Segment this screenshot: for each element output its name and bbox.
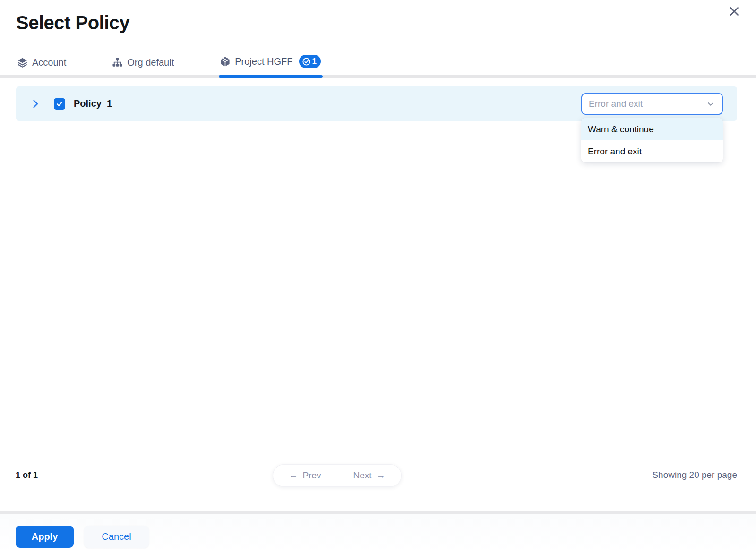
prev-label: Prev [302,470,321,481]
dropdown-option-error-exit[interactable]: Error and exit [581,140,723,162]
footer-divider [0,511,756,514]
dropdown-option-warn-continue[interactable]: Warn & continue [581,118,723,140]
action-select-wrap: Error and exit Warn & continue Error and… [581,93,723,115]
action-select-value: Error and exit [589,99,643,109]
next-button[interactable]: Next→ [337,465,401,486]
page-indicator: 1 of 1 [16,470,38,480]
pager: ←Prev Next→ [273,464,402,487]
chevron-right-icon[interactable] [29,98,42,110]
next-label: Next [353,470,371,481]
checkmark-icon [56,100,63,108]
tab-project-hgff[interactable]: Project HGFF 1 [220,49,321,75]
selected-count-badge: 1 [299,55,320,68]
tab-org-default[interactable]: Org default [112,51,174,75]
page-title: Select Policy [16,12,129,34]
tab-label: Org default [127,57,174,68]
cancel-button[interactable]: Cancel [84,526,149,548]
tab-label: Project HGFF [235,56,292,67]
check-circle-icon [302,57,311,66]
close-icon[interactable] [727,4,742,19]
arrow-right-icon: → [377,470,386,481]
tab-account[interactable]: Account [17,51,66,75]
prev-button[interactable]: ←Prev [273,465,337,486]
select-policy-modal: Select Policy Account [0,0,756,553]
footer: Apply Cancel [0,514,756,553]
badge-count: 1 [312,57,316,66]
action-select[interactable]: Error and exit [581,93,723,115]
apply-button[interactable]: Apply [16,526,74,548]
policy-checkbox[interactable] [54,98,65,110]
tabs: Account Org default [0,49,756,78]
chevron-down-icon [706,99,715,109]
per-page-indicator: Showing 20 per page [652,470,737,480]
policy-name: Policy_1 [74,98,112,109]
arrow-left-icon: ← [289,470,298,481]
layers-icon [17,57,28,68]
org-chart-icon [112,57,123,68]
cube-icon [220,56,231,67]
tab-label: Account [32,57,66,68]
action-dropdown-menu: Warn & continue Error and exit [581,118,723,162]
policy-row: Policy_1 Error and exit Warn & continue … [16,86,737,121]
